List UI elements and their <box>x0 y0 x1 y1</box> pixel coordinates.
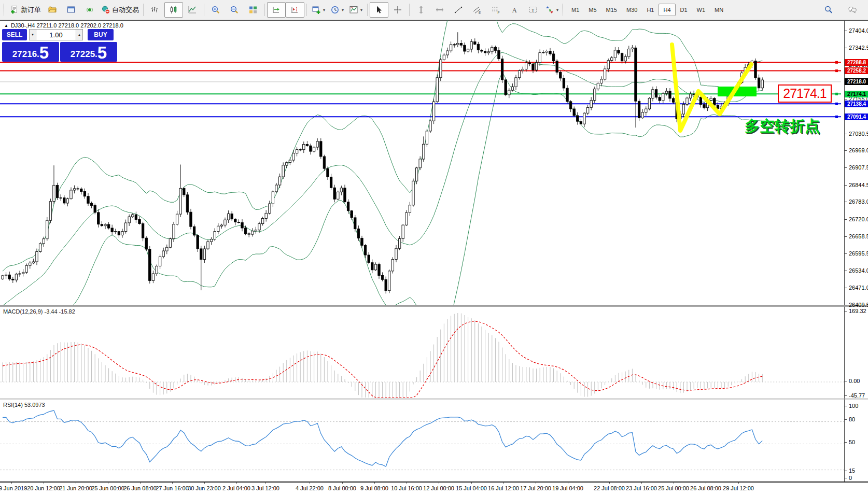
volume-decrease-button[interactable]: ▼ <box>29 29 36 40</box>
toolbar-grip[interactable] <box>4 4 6 16</box>
period-button[interactable]: ▾ <box>328 2 346 18</box>
volume-increase-button[interactable]: ▲ <box>76 29 83 40</box>
timeframe-m30-button[interactable]: M30 <box>622 4 642 16</box>
candle-body <box>39 244 41 252</box>
price-tick-mark <box>844 236 847 237</box>
panel-splitter[interactable] <box>0 305 868 306</box>
candle-body <box>395 248 397 259</box>
candle-body <box>179 188 181 214</box>
candle-body <box>614 50 616 58</box>
candle-body <box>628 49 630 57</box>
vertical-line-icon <box>416 5 426 15</box>
horizontal-line-button[interactable] <box>430 2 449 18</box>
market-watch-button[interactable] <box>62 2 80 18</box>
new-order-button[interactable]: 新订单 <box>8 2 43 18</box>
chart-shift-button[interactable] <box>286 2 304 18</box>
buy-button[interactable]: BUY <box>88 29 114 40</box>
buy-price-display[interactable]: 27225.5 <box>60 42 117 62</box>
zoom-out-button[interactable] <box>225 2 244 18</box>
price-callout-box[interactable]: 27174.1 <box>778 84 832 103</box>
volume-input[interactable]: 1.00 <box>36 29 76 40</box>
time-tick-label: 20 Jun 12:00 <box>27 485 60 491</box>
time-tick-label: 30 Jun 23:00 <box>188 485 221 491</box>
turning-point-annotation[interactable]: 多空转折点 <box>745 116 820 137</box>
price-chart-canvas[interactable] <box>0 20 844 306</box>
signals-button[interactable] <box>80 2 99 18</box>
rsi-tick-mark <box>844 471 847 471</box>
tile-windows-button[interactable] <box>244 2 262 18</box>
auto-scroll-button[interactable] <box>267 2 286 18</box>
macd-indicator-canvas[interactable] <box>0 306 844 399</box>
timeframe-d1-button[interactable]: D1 <box>676 4 692 16</box>
text-label-button[interactable]: T <box>524 2 542 18</box>
candle-body <box>662 93 664 101</box>
search-button[interactable] <box>819 2 838 18</box>
rsi-indicator-canvas[interactable] <box>0 400 844 481</box>
history-button[interactable] <box>43 2 62 18</box>
collapse-panel-icon[interactable]: ▲ <box>4 23 8 28</box>
candle-body <box>505 80 507 95</box>
time-tick-label: 21 Jun 20:00 <box>59 485 92 491</box>
line-chart-button[interactable] <box>183 2 202 18</box>
candle-body <box>193 226 195 235</box>
time-tick-mark <box>407 481 407 484</box>
hline-handle[interactable] <box>835 61 838 64</box>
auto-trading-button-label: 自动交易 <box>112 5 139 15</box>
timeframe-h4-button[interactable]: H4 <box>659 4 675 16</box>
sell-button[interactable]: SELL <box>2 29 27 40</box>
candle-body <box>398 239 400 249</box>
dropdown-arrow-icon[interactable]: ▾ <box>342 8 344 12</box>
timeframe-w1-button[interactable]: W1 <box>692 4 710 16</box>
candle-body <box>415 168 417 181</box>
time-tick-label: 25 Jul 00:00 <box>658 485 689 491</box>
equidistant-channel-button[interactable]: E <box>468 2 486 18</box>
candlestick-chart-button[interactable] <box>164 2 183 18</box>
auto-trading-button[interactable]: 自动交易 <box>99 2 141 18</box>
panel-splitter[interactable] <box>0 400 868 400</box>
indicators-button[interactable]: ▾ <box>346 2 365 18</box>
hline-handle[interactable] <box>835 103 838 105</box>
candle-body <box>374 264 376 270</box>
hline-handle[interactable] <box>835 93 838 95</box>
new-chart-button[interactable]: ▾ <box>309 2 328 18</box>
timeframe-m5-button[interactable]: M5 <box>584 4 601 16</box>
macd-tick-mark <box>844 395 847 396</box>
arrows-button[interactable]: ▾ <box>542 2 561 18</box>
candle-body <box>655 90 657 97</box>
candle-body <box>511 87 513 90</box>
dropdown-arrow-icon[interactable]: ▾ <box>360 8 362 12</box>
dropdown-arrow-icon[interactable]: ▾ <box>556 8 558 12</box>
time-tick-mark <box>641 481 642 484</box>
hline-handle[interactable] <box>835 69 838 72</box>
timeframe-m15-button[interactable]: M15 <box>601 4 622 16</box>
candlestick-chart-icon <box>169 5 178 15</box>
toolbar-grip[interactable] <box>563 4 565 16</box>
time-tick-label: 19 Jul 04:00 <box>552 485 583 491</box>
crosshair-button[interactable] <box>388 2 407 18</box>
timeframe-m1-button[interactable]: M1 <box>567 4 584 16</box>
time-tick-mark <box>503 481 504 484</box>
hline-handle[interactable] <box>835 116 838 118</box>
dropdown-arrow-icon[interactable]: ▾ <box>323 8 325 12</box>
sell-price-display[interactable]: 27216.5 <box>2 42 59 62</box>
text-button[interactable]: A <box>505 2 524 18</box>
fibonacci-button[interactable]: F <box>486 2 505 18</box>
time-tick-label: 8 Jul 00:00 <box>328 485 356 491</box>
candle-body <box>508 90 510 95</box>
candle-body <box>234 219 236 222</box>
candle-body <box>682 104 684 114</box>
vertical-line-button[interactable] <box>412 2 430 18</box>
timeframe-h1-button[interactable]: H1 <box>642 4 659 16</box>
trendline-button[interactable] <box>449 2 468 18</box>
bar-chart-button[interactable] <box>146 2 164 18</box>
panel-splitter[interactable] <box>0 399 868 399</box>
candle-body <box>80 189 82 191</box>
candle-body <box>138 220 141 224</box>
chat-button[interactable] <box>843 2 862 18</box>
zoom-in-button[interactable] <box>206 2 225 18</box>
timeframe-mn-button[interactable]: MN <box>710 4 728 16</box>
panel-splitter[interactable] <box>0 306 868 307</box>
price-line-label: 27174.1 <box>845 91 868 97</box>
cursor-button[interactable] <box>370 2 388 18</box>
candle-body <box>450 45 452 51</box>
